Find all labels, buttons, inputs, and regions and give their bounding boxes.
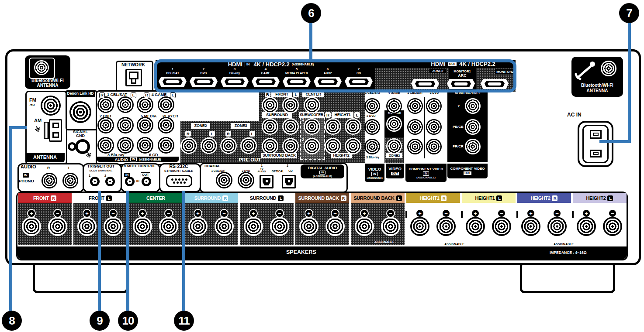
assignable-label: ASSIGNABLE	[554, 243, 574, 246]
preout-zone2-l: L	[209, 131, 215, 137]
callout-line-7-v	[628, 23, 631, 143]
callout-11: 11	[174, 311, 194, 331]
remote-ir-label: IR	[136, 179, 139, 182]
network-label: NETWORK	[121, 62, 145, 67]
polarity-mark: +	[527, 210, 534, 217]
rca-jack	[426, 98, 442, 114]
chassis-foot-left	[33, 262, 128, 293]
audio-in-6cd-label: 6 CD	[149, 153, 158, 157]
audio-in-3bluray-label: 3 Blu-ray	[107, 153, 125, 157]
rca-jack	[117, 117, 134, 133]
polarity-mark: +	[28, 210, 35, 217]
terminal-divider	[461, 211, 463, 218]
video-in-bar-note: (ASSIGNABLE)	[367, 177, 382, 179]
speaker-terminal	[436, 217, 456, 236]
speaker-terminal	[381, 217, 400, 236]
trigger-spec: DC12V 150mA MAX.	[90, 170, 112, 172]
speaker-channel-header: FRONTR	[18, 193, 72, 203]
rca-jack	[364, 98, 380, 114]
speaker-channel-label: CENTER	[146, 195, 165, 201]
preout-surround-label: SURROUND	[262, 112, 292, 118]
speaker-terminal	[521, 217, 540, 236]
antenna-rod-icon	[574, 59, 599, 81]
rca-jack	[364, 119, 380, 135]
trigger-j1-label: 1	[89, 174, 90, 178]
speaker-channel-chip: L	[396, 195, 402, 201]
speaker-channel-label: HEIGHT2	[586, 195, 606, 201]
polarity-mark: −	[110, 210, 117, 217]
speaker-channel-header: SURROUND BACKL	[351, 193, 405, 203]
speaker-terminal	[48, 217, 67, 236]
speaker-channel-label: HEIGHT2	[531, 195, 551, 201]
denon-link-label: Denon Link HD	[67, 92, 94, 96]
audio-in-bar-note: (ASSIGNABLE)	[139, 158, 161, 161]
rca-jack	[325, 118, 341, 135]
rca-jack	[220, 137, 237, 154]
rca-jack	[137, 117, 153, 133]
signal-gnd-label: SIGNAL GND	[69, 130, 91, 138]
speaker-channel-label: HEIGHT1	[420, 195, 440, 201]
callout-6: 6	[301, 3, 321, 23]
rca-jack	[407, 139, 423, 154]
component-out-bar-badge: OUT	[463, 171, 472, 175]
rca-jack	[426, 139, 442, 154]
speaker-terminal	[133, 217, 152, 236]
pre-out-label: PRE OUT	[239, 157, 261, 162]
antenna-coax-icon	[34, 60, 49, 75]
rca-jack	[158, 96, 174, 113]
db9-connector-icon	[166, 175, 192, 187]
rca-jack	[240, 137, 257, 154]
speaker-channel-label: SURROUND	[194, 195, 221, 201]
polarity-mark: −	[387, 210, 394, 217]
component-pr-label: PR/CR	[453, 145, 464, 148]
speaker-terminal	[547, 217, 567, 236]
component-in-bar-note: (ASSIGNABLE)	[416, 176, 435, 179]
video-zone2-label: ZONE2	[386, 153, 402, 158]
assignable-label: ASSIGNABLE	[374, 240, 395, 243]
chassis-foot-right	[520, 262, 615, 293]
speaker-terminal	[22, 217, 41, 236]
preout-zone3-l: L	[249, 131, 255, 137]
speaker-channel-chip: R	[341, 195, 346, 201]
rca-jack	[158, 117, 174, 133]
polarity-mark: −	[498, 210, 505, 217]
rca-jack	[117, 137, 134, 154]
rca-jack	[407, 98, 423, 114]
audio-in-g1-l: L	[131, 92, 136, 98]
preout-height1-r: R	[325, 112, 331, 118]
polarity-mark: +	[583, 210, 590, 217]
trigger-j2-label: 2	[104, 174, 106, 178]
remote-title: REMOTE CONTROL	[122, 164, 156, 168]
bt-antenna-right-line1: Bluetooth/Wi-Fi	[581, 83, 613, 88]
bt-antenna-right-line2: ANTENNA	[587, 89, 608, 93]
digital-audio-badge: IN	[319, 171, 325, 175]
callout-line-9	[98, 191, 101, 311]
rca-jack	[386, 116, 402, 132]
mini-jack	[90, 177, 100, 186]
speaker-channel-label: SURROUND BACK	[298, 195, 339, 201]
rca-jack	[262, 138, 278, 154]
rca-jack	[426, 119, 442, 135]
speaker-channel-header: CENTER	[129, 193, 183, 203]
rca-jack	[304, 138, 320, 154]
terminal-divider	[405, 211, 407, 218]
speaker-channel-header: HEIGHT2R	[517, 193, 571, 203]
speaker-terminal	[466, 217, 485, 236]
rear-panel-diagram: HDMI IN 4K / HDCP2.2 (ASSIGNABLE) HDMI O…	[0, 0, 644, 332]
optical1-label: TV AUDIO	[256, 168, 268, 173]
polarity-mark: +	[361, 210, 368, 217]
speaker-terminal	[492, 217, 511, 236]
rca-jack	[180, 137, 197, 154]
rs232-sub: STRAIGHT CABLE	[164, 169, 193, 173]
optical-label: OPTICAL	[272, 170, 284, 173]
bt-antenna-left-line1: Bluetooth/Wi-Fi	[31, 79, 64, 83]
polarity-mark: +	[305, 210, 312, 217]
fm-ohm-label: 75Ω	[29, 104, 35, 107]
rca-jack	[262, 97, 278, 113]
callout-line-7-h	[599, 140, 631, 143]
speaker-terminal	[159, 217, 178, 236]
speaker-channel-chip: R	[222, 195, 228, 201]
rca-jack	[97, 137, 114, 154]
rca-jack	[137, 137, 153, 154]
rca-jack	[407, 119, 423, 135]
